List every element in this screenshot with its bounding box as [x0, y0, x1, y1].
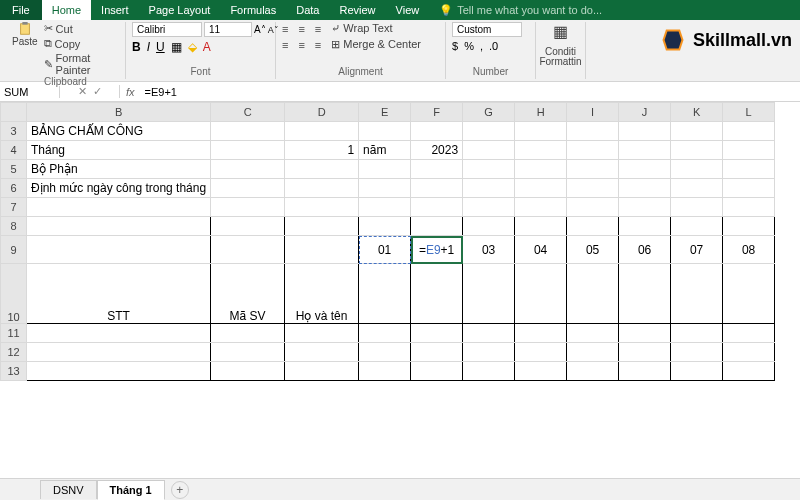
- cell-C12[interactable]: [211, 343, 285, 362]
- cell-E4[interactable]: năm: [359, 141, 411, 160]
- tab-insert[interactable]: Insert: [91, 0, 139, 20]
- cell-L10[interactable]: [723, 264, 775, 324]
- cell-J3[interactable]: [619, 122, 671, 141]
- cell-G8[interactable]: [463, 217, 515, 236]
- cell-E9[interactable]: 01: [359, 236, 411, 264]
- sheet-tab-thang1[interactable]: Tháng 1: [97, 480, 165, 500]
- cell-K8[interactable]: [671, 217, 723, 236]
- cell-E11[interactable]: [359, 324, 411, 343]
- cell-L9[interactable]: 08: [723, 236, 775, 264]
- cell-D4[interactable]: 1: [285, 141, 359, 160]
- col-header-F[interactable]: F: [411, 103, 463, 122]
- cell-F11[interactable]: [411, 324, 463, 343]
- file-menu[interactable]: File: [0, 0, 42, 20]
- tab-home[interactable]: Home: [42, 0, 91, 20]
- cell-D12[interactable]: [285, 343, 359, 362]
- cell-B4[interactable]: Tháng: [27, 141, 211, 160]
- percent-icon[interactable]: %: [464, 40, 474, 52]
- merge-center-button[interactable]: ⊞ Merge & Center: [331, 38, 421, 51]
- col-header-C[interactable]: C: [211, 103, 285, 122]
- col-header-L[interactable]: L: [723, 103, 775, 122]
- row-header-8[interactable]: 8: [1, 217, 27, 236]
- cell-I12[interactable]: [567, 343, 619, 362]
- cell-C13[interactable]: [211, 362, 285, 381]
- increase-decimal-icon[interactable]: .0: [489, 40, 498, 52]
- cell-C3[interactable]: [211, 122, 285, 141]
- cell-J6[interactable]: [619, 179, 671, 198]
- cell-D11[interactable]: [285, 324, 359, 343]
- tell-me[interactable]: 💡 Tell me what you want to do...: [439, 4, 602, 17]
- copy-button[interactable]: ⧉Copy: [44, 37, 119, 50]
- align-bottom-icon[interactable]: ≡: [315, 23, 321, 35]
- cell-I7[interactable]: [567, 198, 619, 217]
- bold-button[interactable]: B: [132, 40, 141, 54]
- tab-view[interactable]: View: [386, 0, 430, 20]
- cell-I3[interactable]: [567, 122, 619, 141]
- cell-D7[interactable]: [285, 198, 359, 217]
- italic-button[interactable]: I: [147, 40, 150, 54]
- cell-F12[interactable]: [411, 343, 463, 362]
- cell-H6[interactable]: [515, 179, 567, 198]
- row-header-10[interactable]: 10: [1, 264, 27, 324]
- sheet-tab-dsnv[interactable]: DSNV: [40, 480, 97, 499]
- cell-D5[interactable]: [285, 160, 359, 179]
- border-button[interactable]: ▦: [171, 40, 182, 54]
- cell-B3[interactable]: BẢNG CHẤM CÔNG: [27, 122, 211, 141]
- cell-D10[interactable]: Họ và tên: [285, 264, 359, 324]
- cell-I10[interactable]: [567, 264, 619, 324]
- cell-J4[interactable]: [619, 141, 671, 160]
- cell-G3[interactable]: [463, 122, 515, 141]
- font-size-select[interactable]: [204, 22, 252, 37]
- cell-J12[interactable]: [619, 343, 671, 362]
- row-header-4[interactable]: 4: [1, 141, 27, 160]
- row-header-13[interactable]: 13: [1, 362, 27, 381]
- row-header-12[interactable]: 12: [1, 343, 27, 362]
- cell-H10[interactable]: [515, 264, 567, 324]
- cell-H12[interactable]: [515, 343, 567, 362]
- align-right-icon[interactable]: ≡: [315, 39, 321, 51]
- cell-K10[interactable]: [671, 264, 723, 324]
- col-header-K[interactable]: K: [671, 103, 723, 122]
- cell-G10[interactable]: [463, 264, 515, 324]
- cell-B6[interactable]: Định mức ngày công trong tháng: [27, 179, 211, 198]
- currency-icon[interactable]: $: [452, 40, 458, 52]
- cell-I11[interactable]: [567, 324, 619, 343]
- cell-L13[interactable]: [723, 362, 775, 381]
- col-header-H[interactable]: H: [515, 103, 567, 122]
- cell-F9[interactable]: =E9+1: [411, 236, 463, 264]
- cell-G7[interactable]: [463, 198, 515, 217]
- cell-E13[interactable]: [359, 362, 411, 381]
- cell-E7[interactable]: [359, 198, 411, 217]
- cell-H3[interactable]: [515, 122, 567, 141]
- cell-D9[interactable]: [285, 236, 359, 264]
- cell-E6[interactable]: [359, 179, 411, 198]
- cell-B10[interactable]: STT: [27, 264, 211, 324]
- cell-F3[interactable]: [411, 122, 463, 141]
- cell-L4[interactable]: [723, 141, 775, 160]
- cell-L12[interactable]: [723, 343, 775, 362]
- row-header-7[interactable]: 7: [1, 198, 27, 217]
- cell-L3[interactable]: [723, 122, 775, 141]
- select-all-corner[interactable]: [1, 103, 27, 122]
- cell-D8[interactable]: [285, 217, 359, 236]
- cell-H9[interactable]: 04: [515, 236, 567, 264]
- font-name-select[interactable]: [132, 22, 202, 37]
- cell-K3[interactable]: [671, 122, 723, 141]
- cell-E10[interactable]: [359, 264, 411, 324]
- cell-E8[interactable]: [359, 217, 411, 236]
- cell-L8[interactable]: [723, 217, 775, 236]
- cell-K6[interactable]: [671, 179, 723, 198]
- cell-G13[interactable]: [463, 362, 515, 381]
- tab-page-layout[interactable]: Page Layout: [139, 0, 221, 20]
- cell-G11[interactable]: [463, 324, 515, 343]
- cell-B9[interactable]: [27, 236, 211, 264]
- cell-K9[interactable]: 07: [671, 236, 723, 264]
- cell-G4[interactable]: [463, 141, 515, 160]
- align-left-icon[interactable]: ≡: [282, 39, 288, 51]
- cell-E12[interactable]: [359, 343, 411, 362]
- cell-J7[interactable]: [619, 198, 671, 217]
- cell-K13[interactable]: [671, 362, 723, 381]
- col-header-B[interactable]: B: [27, 103, 211, 122]
- cell-L6[interactable]: [723, 179, 775, 198]
- fx-icon[interactable]: fx: [120, 86, 141, 98]
